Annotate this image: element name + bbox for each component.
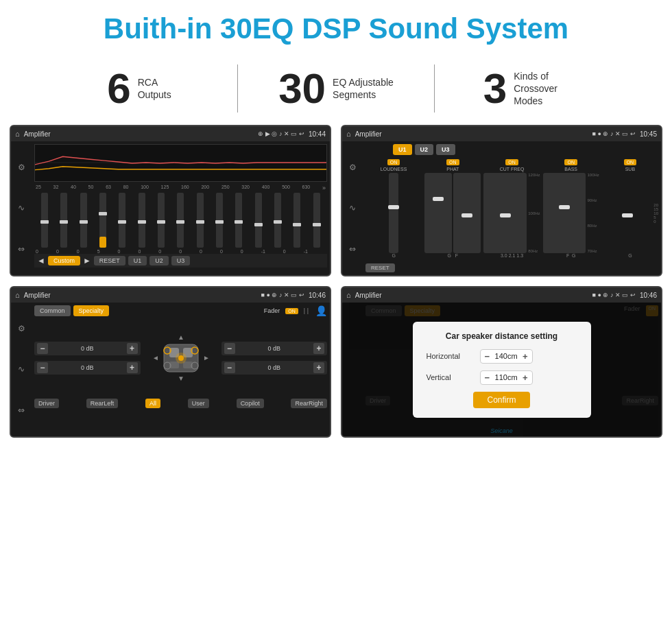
speaker-diagram: ▲ ▼ ◄ ► bbox=[143, 327, 219, 389]
bass-label: BASS bbox=[564, 167, 577, 172]
amp-reset-button[interactable]: RESET bbox=[365, 263, 395, 272]
btn-driver[interactable]: Driver bbox=[34, 399, 59, 408]
db-minus-rl[interactable]: − bbox=[37, 362, 48, 373]
slider-9[interactable] bbox=[191, 193, 209, 248]
btn-copilot[interactable]: Copilot bbox=[237, 399, 264, 408]
phat-slider-g[interactable] bbox=[424, 173, 452, 253]
db-control-rr: − 0 dB + bbox=[221, 361, 328, 375]
slider-13[interactable] bbox=[269, 193, 287, 248]
bass-on-badge: ON bbox=[564, 159, 577, 165]
btn-user-bl[interactable]: User bbox=[188, 399, 209, 408]
stat-label-crossover: Kinds ofCrossover Modes bbox=[514, 70, 582, 108]
speaker-layout: − 0 dB + − 0 dB + bbox=[34, 320, 327, 396]
home-icon-amp: ⌂ bbox=[346, 130, 351, 138]
topbar-title-speaker: Amplifier bbox=[24, 292, 257, 299]
slider-5[interactable] bbox=[113, 193, 131, 248]
slider-11[interactable] bbox=[230, 193, 248, 248]
tab-specialty[interactable]: Specialty bbox=[73, 305, 110, 316]
dialog-horizontal-plus[interactable]: + bbox=[523, 351, 528, 362]
cutfreq-vals: 3.0 2.1 1.3 bbox=[501, 253, 523, 258]
user-icon: 👤 bbox=[315, 305, 327, 316]
dialog-box: Car speaker distance setting Horizontal … bbox=[413, 322, 591, 418]
sub-on-badge: ON bbox=[624, 159, 637, 165]
slider-10[interactable] bbox=[211, 193, 228, 248]
slider-4[interactable] bbox=[94, 193, 112, 248]
channel-u1[interactable]: U1 bbox=[393, 144, 412, 155]
dialog-vertical-plus[interactable]: + bbox=[523, 373, 528, 383]
slider-14[interactable] bbox=[288, 193, 306, 248]
slider-15[interactable] bbox=[308, 193, 326, 248]
eq-u3-button[interactable]: U3 bbox=[171, 256, 191, 265]
amp-icon-2: ∿ bbox=[349, 203, 356, 213]
btn-rearright[interactable]: RearRight bbox=[291, 399, 327, 408]
svg-text:▼: ▼ bbox=[178, 375, 184, 382]
eq-u1-button[interactable]: U1 bbox=[128, 256, 147, 265]
cutfreq-slider-1[interactable] bbox=[483, 173, 527, 253]
stat-rca: 6 RCAOutputs bbox=[41, 67, 237, 110]
slider-2[interactable] bbox=[55, 193, 73, 248]
channel-u2[interactable]: U2 bbox=[415, 144, 434, 155]
dialog-horizontal-minus[interactable]: − bbox=[485, 351, 490, 362]
db-control-rl: − 0 dB + bbox=[34, 361, 141, 375]
db-plus-fr[interactable]: + bbox=[313, 343, 324, 354]
confirm-button[interactable]: Confirm bbox=[473, 392, 529, 408]
phat-slider-f[interactable] bbox=[453, 173, 481, 253]
dialog-horizontal-input: − 140cm + bbox=[480, 349, 533, 364]
db-value-rl: 0 dB bbox=[50, 364, 125, 371]
eq-icon-3: ⇔ bbox=[18, 244, 25, 254]
screen-speaker: ⌂ Amplifier ■ ● ⊕ ♪ ✕ ▭ ↩ 10:46 ⚙ ∿ ⇔ Co… bbox=[10, 286, 331, 438]
slider-1[interactable] bbox=[36, 193, 53, 248]
cutfreq-area: 120Hz100Hz80Hz bbox=[483, 173, 540, 253]
ctrl-bass: ON BASS 100Hz90Hz80Hz70Hz F G bbox=[543, 159, 599, 258]
topbar-time-speaker: 10:46 bbox=[309, 292, 326, 299]
stat-crossover: 3 Kinds ofCrossover Modes bbox=[435, 67, 631, 110]
svg-text:►: ► bbox=[203, 354, 210, 362]
dialog-vertical-value: 110cm bbox=[492, 373, 520, 381]
db-value-fr: 0 dB bbox=[237, 345, 312, 352]
amp-icon-1: ⚙ bbox=[349, 163, 357, 172]
loudness-slider[interactable] bbox=[389, 173, 398, 253]
topbar-dialog: ⌂ Amplifier ■ ● ⊕ ♪ ✕ ▭ ↩ 10:46 bbox=[342, 287, 661, 303]
tab-common[interactable]: Common bbox=[34, 305, 71, 316]
channel-u3[interactable]: U3 bbox=[436, 144, 455, 155]
eq-values-row: 00050 00000 0-10-1 bbox=[34, 248, 327, 254]
ctrl-sub: ON SUB 20151050 G bbox=[602, 159, 658, 258]
main-title: Buith-in 30EQ DSP Sound System bbox=[0, 12, 672, 45]
slider-3[interactable] bbox=[75, 193, 93, 248]
dialog-vertical-minus[interactable]: − bbox=[485, 373, 490, 383]
amp-sidebar: ⚙ ∿ ⇔ bbox=[342, 141, 363, 275]
db-minus-rr[interactable]: − bbox=[224, 362, 235, 373]
slider-7[interactable] bbox=[152, 193, 170, 248]
bass-slider-1[interactable] bbox=[543, 173, 586, 253]
db-plus-rr[interactable]: + bbox=[313, 362, 324, 373]
eq-next-button[interactable]: ► bbox=[83, 256, 91, 265]
db-plus-rl[interactable]: + bbox=[127, 362, 138, 373]
eq-freq-labels: 2532405063 80100125160200 25032040050063… bbox=[34, 185, 327, 191]
db-minus-fr[interactable]: − bbox=[224, 343, 235, 354]
eq-prev-button[interactable]: ◄ bbox=[37, 256, 45, 265]
db-minus-fl[interactable]: − bbox=[37, 343, 48, 354]
svg-point-11 bbox=[178, 355, 184, 361]
topbar-time-eq: 10:44 bbox=[309, 130, 326, 138]
slider-8[interactable] bbox=[171, 193, 189, 248]
amp-controls: ON LOUDNESS G ON PHAT bbox=[365, 159, 658, 258]
amp-channel-selector: U1 U2 U3 bbox=[365, 144, 658, 155]
loudness-on-badge: ON bbox=[387, 159, 400, 165]
svg-text:▲: ▲ bbox=[178, 333, 184, 341]
amp-icon-3: ⇔ bbox=[349, 244, 356, 254]
db-plus-fl[interactable]: + bbox=[127, 343, 138, 354]
db-value-rr: 0 dB bbox=[237, 364, 312, 371]
dialog-screen-content: Common Specialty Fader ON Driver RearLef… bbox=[342, 303, 661, 436]
topbar-eq: ⌂ Amplifier ⊕ ▶ ◎ ♪ ✕ ▭ ↩ 10:44 bbox=[11, 126, 330, 141]
btn-all[interactable]: All bbox=[145, 399, 160, 408]
slider-12[interactable] bbox=[250, 193, 267, 248]
eq-custom-button[interactable]: Custom bbox=[48, 256, 80, 265]
eq-u2-button[interactable]: U2 bbox=[149, 256, 169, 265]
topbar-icons-amp: ■ ● ⊕ ♪ ✕ ▭ ↩ bbox=[592, 130, 636, 137]
slider-6[interactable] bbox=[133, 193, 151, 248]
eq-reset-button[interactable]: RESET bbox=[94, 256, 125, 265]
topbar-time-dialog: 10:46 bbox=[640, 292, 657, 299]
phat-labels: G F bbox=[448, 253, 459, 258]
loudness-label: LOUDNESS bbox=[381, 167, 407, 172]
btn-rearleft[interactable]: RearLeft bbox=[86, 399, 119, 408]
